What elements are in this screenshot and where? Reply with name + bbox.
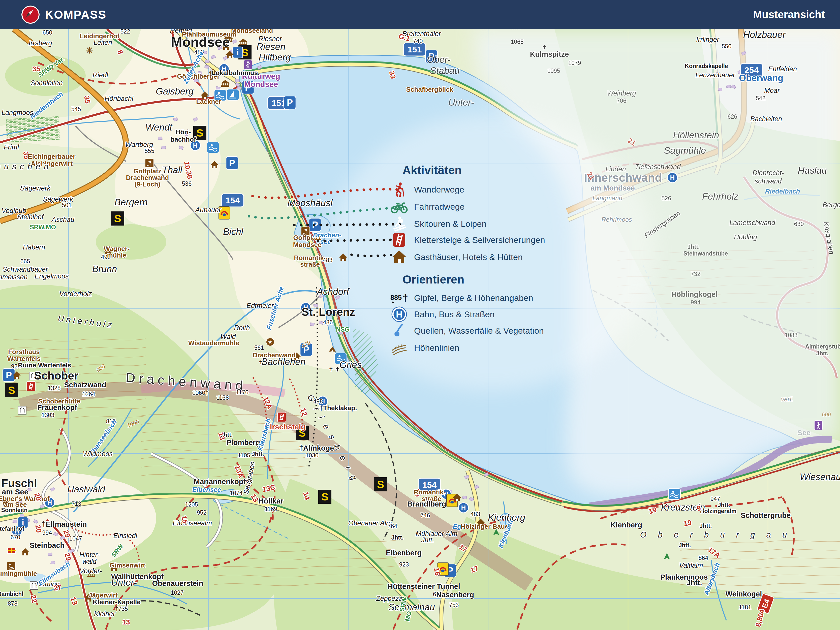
s-badge: S — [318, 489, 332, 504]
map-label: Lokalbahnmus. — [212, 69, 260, 77]
map-label: 16 — [433, 567, 442, 576]
map-label: Ruine Wartenfels — [18, 362, 71, 369]
map-label: Schottergrube — [741, 511, 791, 519]
map-label: ✝ ✝ — [328, 366, 340, 373]
map-label: 1060† — [192, 390, 208, 396]
svg-text:S: S — [377, 478, 384, 490]
map-label: Vorderholz — [59, 290, 92, 298]
hkr-badge — [244, 60, 252, 69]
p-badge: P — [284, 96, 296, 109]
svg-text:S: S — [8, 384, 15, 396]
map-label: 952 — [197, 509, 207, 516]
map-label: ✝ — [542, 44, 546, 51]
map-label: 555 — [145, 148, 154, 154]
map-label: Kienberg — [610, 521, 642, 529]
map-label: Jhtt. — [718, 502, 730, 508]
map-label: Aschau — [51, 216, 74, 223]
map-label: Unter- — [448, 97, 474, 107]
map-label: Hilfberg — [259, 52, 291, 63]
legend-item-fahrradwege[interactable]: Fahrradwege — [389, 199, 464, 215]
map-label: Berge — [823, 201, 840, 208]
map-label: Gries — [339, 360, 362, 370]
map-label: wald — [82, 558, 97, 565]
map-label: Steinwandstube — [684, 250, 728, 257]
map-label: Irrlinger — [696, 36, 720, 43]
s-badge: S — [374, 477, 387, 491]
map-label: Sagmühle — [664, 145, 706, 156]
h-badge: H — [458, 503, 469, 513]
header-bar: KOMPASS Musteransicht — [0, 0, 840, 29]
contour-icon — [389, 340, 409, 356]
map-label: 486 — [323, 319, 333, 325]
map-label: Stabau — [430, 66, 459, 76]
map-label: Weinkogel — [726, 590, 762, 598]
map-label: Bachlehen — [262, 357, 306, 367]
map-label: 35 — [83, 95, 92, 104]
hut-icon — [389, 249, 409, 265]
golf-badge — [145, 159, 154, 167]
map-label: Jhtt. — [687, 244, 700, 250]
map-label: 1083 — [785, 332, 797, 338]
map-label: 670 — [11, 534, 20, 540]
map-label: Schwandbauer — [3, 265, 48, 273]
map-label: Fehrholz — [702, 191, 739, 202]
svg-text:H: H — [396, 309, 403, 319]
map-label: 1074 — [230, 490, 242, 496]
map-label: Brandlberg — [407, 500, 446, 508]
legend-item-gipfel[interactable]: 885 † Gipfel, Berge & Höhenangaben — [389, 290, 533, 306]
legend-item-gasthaeuser[interactable]: Gasthäuser, Hotels & Hütten — [389, 249, 523, 265]
map-label: Roith — [234, 324, 250, 332]
map-label: Steinbach — [30, 541, 65, 549]
map-label: Bergern — [114, 197, 148, 207]
map-label: (9-Loch) — [134, 180, 161, 188]
map-label: 1030 — [305, 452, 318, 459]
map-label: straße — [300, 261, 320, 268]
map-label: 923 — [399, 561, 409, 568]
map-label: euschen — [0, 162, 52, 171]
map-label: Wartberg — [125, 141, 153, 148]
map-label: 522 — [120, 28, 130, 35]
map-label: mühle — [107, 251, 126, 259]
climb-badge — [278, 412, 286, 422]
map-label: Holzbauer — [743, 30, 786, 40]
map-label: See — [797, 429, 810, 437]
sail-badge — [227, 89, 239, 100]
legend-item-bahn[interactable]: H Bahn, Bus & Straßen — [389, 306, 494, 322]
map-label: NSG — [336, 326, 350, 333]
map-label: Valtlalm — [679, 562, 703, 569]
map-label: Moar — [764, 87, 780, 94]
legend-item-skitouren[interactable]: Skitouren & Loipen — [389, 216, 486, 232]
map-label: 706 — [617, 98, 626, 104]
legend-item-quellen[interactable]: Quellen, Wasserfälle & Vegetation — [389, 322, 544, 339]
map-label: Schober — [34, 369, 78, 382]
map-label: Mooshäusl — [287, 198, 333, 208]
map-label: Kulmspitze — [530, 50, 569, 58]
map-label: Diebrecht- — [753, 169, 784, 177]
map-label: 13 — [122, 618, 130, 626]
p-badge: P — [3, 368, 15, 382]
map-label: Sägewerk — [20, 185, 51, 192]
legend-item-hoehenlinien[interactable]: Höhenlinien — [389, 340, 459, 356]
map-label: Konradskapelle — [685, 63, 728, 69]
svg-text:S: S — [196, 127, 204, 139]
map-label: 501 — [62, 202, 71, 208]
map-label: Schatzwand — [64, 381, 106, 389]
map-label: Mondsee — [244, 80, 278, 89]
legend-item-wanderwege[interactable]: Wanderwege — [389, 182, 464, 197]
map-label: mmeissen — [0, 273, 28, 281]
sled-badge — [7, 562, 15, 570]
legend-label: Gasthäuser, Hotels & Hütten — [414, 252, 523, 262]
map-label: Holzingeralm — [700, 508, 736, 514]
map-label: 1138 — [216, 395, 229, 401]
bus-stop-icon: H — [389, 306, 409, 322]
legend-label: Fahrradwege — [414, 202, 464, 212]
summit-icon: 885 † — [389, 290, 409, 306]
map-label: Jhtt. — [699, 523, 712, 529]
legend-item-klettersteige[interactable]: Klettersteige & Seilversicherungen — [389, 232, 545, 248]
map-label: Riesen — [256, 41, 285, 52]
map-label: Hüttensteiner Tunnel — [388, 583, 460, 591]
map-label: Ober- — [427, 54, 451, 65]
map-label: 600 — [822, 411, 831, 418]
svg-text:H: H — [670, 174, 675, 182]
svg-text:S: S — [321, 491, 328, 503]
